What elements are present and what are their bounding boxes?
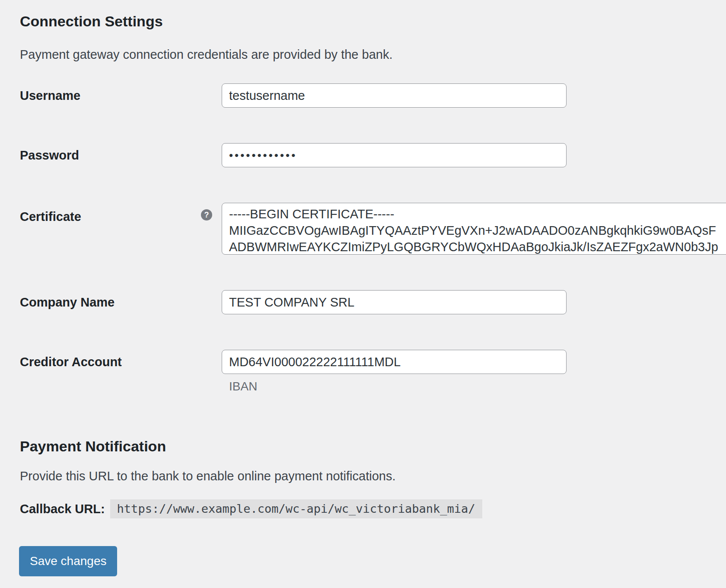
creditor-account-description: IBAN	[229, 379, 726, 394]
payment-notification-section: Payment Notification Provide this URL to…	[20, 437, 726, 518]
connection-settings-title: Connection Settings	[20, 12, 726, 30]
certificate-textarea[interactable]: -----BEGIN CERTIFICATE----- MIIGazCCBVOg…	[222, 203, 726, 255]
payment-notification-description: Provide this URL to the bank to enable o…	[20, 468, 726, 484]
certificate-field-cell: -----BEGIN CERTIFICATE----- MIIGazCCBVOg…	[222, 203, 726, 255]
connection-settings-form: Username Password Certificate ? ----	[20, 83, 726, 394]
username-row: Username	[20, 83, 726, 108]
callback-url-label: Callback URL:	[20, 502, 105, 516]
username-field-cell	[222, 83, 726, 108]
callback-url-row: Callback URL: https://www.example.com/wc…	[20, 499, 726, 518]
question-mark-icon[interactable]: ?	[201, 209, 212, 220]
company-name-input[interactable]	[222, 290, 567, 314]
creditor-account-row: Creditor Account IBAN	[20, 350, 726, 394]
certificate-label-cell: Certificate ?	[20, 203, 222, 224]
company-name-row: Company Name	[20, 290, 726, 314]
settings-page: Connection Settings Payment gateway conn…	[0, 0, 726, 576]
save-changes-button[interactable]: Save changes	[19, 546, 117, 576]
certificate-label: Certificate	[20, 209, 81, 224]
connection-settings-description: Payment gateway connection credentials a…	[20, 47, 726, 62]
creditor-account-field-cell: IBAN	[222, 350, 726, 394]
username-label: Username	[20, 83, 222, 108]
company-name-field-cell	[222, 290, 726, 314]
creditor-account-label: Creditor Account	[20, 350, 222, 374]
label-spacer	[81, 209, 201, 224]
password-field-cell	[222, 143, 726, 167]
payment-notification-title: Payment Notification	[20, 437, 726, 455]
password-label: Password	[20, 143, 222, 167]
certificate-row: Certificate ? -----BEGIN CERTIFICATE----…	[20, 203, 726, 255]
password-input[interactable]	[222, 143, 567, 167]
password-row: Password	[20, 143, 726, 167]
username-input[interactable]	[222, 83, 567, 108]
company-name-label: Company Name	[20, 290, 222, 314]
connection-settings-section: Connection Settings Payment gateway conn…	[20, 12, 726, 394]
callback-url-value: https://www.example.com/wc-api/wc_victor…	[110, 499, 482, 518]
creditor-account-input[interactable]	[222, 350, 567, 374]
